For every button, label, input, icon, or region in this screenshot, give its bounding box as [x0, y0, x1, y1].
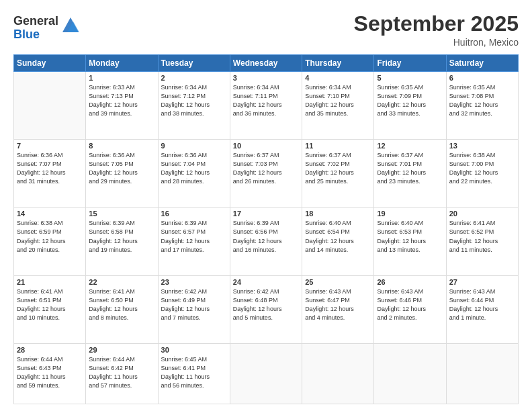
table-row: 21Sunrise: 6:41 AM Sunset: 6:51 PM Dayli…	[14, 275, 86, 343]
table-row: 23Sunrise: 6:42 AM Sunset: 6:49 PM Dayli…	[158, 275, 230, 343]
day-info: Sunrise: 6:39 AM Sunset: 6:57 PM Dayligh…	[161, 219, 227, 254]
day-info: Sunrise: 6:37 AM Sunset: 7:01 PM Dayligh…	[377, 151, 443, 186]
calendar-row: 14Sunrise: 6:38 AM Sunset: 6:59 PM Dayli…	[14, 208, 519, 275]
day-number: 18	[305, 210, 371, 218]
col-monday: Monday	[86, 55, 158, 72]
calendar-row: 7Sunrise: 6:36 AM Sunset: 7:07 PM Daylig…	[14, 140, 519, 208]
logo-general: General	[13, 15, 58, 28]
day-number: 16	[161, 210, 227, 218]
day-number: 15	[89, 210, 154, 218]
day-info: Sunrise: 6:40 AM Sunset: 6:54 PM Dayligh…	[305, 219, 371, 254]
table-row: 11Sunrise: 6:37 AM Sunset: 7:02 PM Dayli…	[302, 140, 374, 208]
day-info: Sunrise: 6:45 AM Sunset: 6:41 PM Dayligh…	[161, 355, 227, 390]
day-number: 3	[233, 74, 299, 82]
logo-icon	[61, 16, 80, 35]
day-info: Sunrise: 6:37 AM Sunset: 7:02 PM Dayligh…	[305, 151, 371, 186]
day-number: 17	[233, 210, 299, 218]
day-info: Sunrise: 6:35 AM Sunset: 7:09 PM Dayligh…	[377, 83, 443, 118]
table-row: 15Sunrise: 6:39 AM Sunset: 6:58 PM Dayli…	[86, 208, 158, 275]
day-number: 5	[377, 74, 443, 82]
calendar-header-row: Sunday Monday Tuesday Wednesday Thursday…	[14, 55, 519, 72]
day-number: 11	[305, 142, 371, 150]
day-number: 14	[17, 210, 83, 218]
logo-text: General Blue	[13, 15, 58, 42]
table-row: 6Sunrise: 6:35 AM Sunset: 7:08 PM Daylig…	[446, 72, 518, 140]
day-number: 23	[161, 278, 227, 286]
day-number: 21	[17, 278, 83, 286]
table-row: 8Sunrise: 6:36 AM Sunset: 7:05 PM Daylig…	[86, 140, 158, 208]
day-info: Sunrise: 6:38 AM Sunset: 6:59 PM Dayligh…	[17, 219, 83, 254]
day-info: Sunrise: 6:41 AM Sunset: 6:50 PM Dayligh…	[89, 287, 154, 322]
day-info: Sunrise: 6:33 AM Sunset: 7:13 PM Dayligh…	[89, 83, 154, 118]
day-info: Sunrise: 6:41 AM Sunset: 6:51 PM Dayligh…	[17, 287, 83, 322]
day-info: Sunrise: 6:44 AM Sunset: 6:43 PM Dayligh…	[17, 355, 83, 390]
month-title: September 2025	[354, 12, 519, 36]
day-number: 10	[233, 142, 299, 150]
table-row: 10Sunrise: 6:37 AM Sunset: 7:03 PM Dayli…	[230, 140, 302, 208]
day-number: 4	[305, 74, 371, 82]
table-row: 24Sunrise: 6:42 AM Sunset: 6:48 PM Dayli…	[230, 275, 302, 343]
day-info: Sunrise: 6:43 AM Sunset: 6:47 PM Dayligh…	[305, 287, 371, 322]
day-number: 22	[89, 278, 154, 286]
day-number: 8	[89, 142, 154, 150]
title-block: September 2025 Huitron, Mexico	[354, 12, 519, 48]
table-row: 9Sunrise: 6:36 AM Sunset: 7:04 PM Daylig…	[158, 140, 230, 208]
day-info: Sunrise: 6:38 AM Sunset: 7:00 PM Dayligh…	[449, 151, 515, 186]
day-number: 7	[17, 142, 83, 150]
table-row: 4Sunrise: 6:34 AM Sunset: 7:10 PM Daylig…	[302, 72, 374, 140]
logo-blue: Blue	[13, 28, 58, 42]
day-info: Sunrise: 6:39 AM Sunset: 6:58 PM Dayligh…	[89, 219, 154, 254]
day-number: 29	[89, 346, 154, 354]
table-row: 2Sunrise: 6:34 AM Sunset: 7:12 PM Daylig…	[158, 72, 230, 140]
table-row: 16Sunrise: 6:39 AM Sunset: 6:57 PM Dayli…	[158, 208, 230, 275]
table-row: 18Sunrise: 6:40 AM Sunset: 6:54 PM Dayli…	[302, 208, 374, 275]
day-number: 6	[449, 74, 515, 82]
col-sunday: Sunday	[14, 55, 86, 72]
table-row: 14Sunrise: 6:38 AM Sunset: 6:59 PM Dayli…	[14, 208, 86, 275]
table-row: 7Sunrise: 6:36 AM Sunset: 7:07 PM Daylig…	[14, 140, 86, 208]
col-friday: Friday	[374, 55, 446, 72]
day-number: 2	[161, 74, 227, 82]
day-info: Sunrise: 6:42 AM Sunset: 6:49 PM Dayligh…	[161, 287, 227, 322]
day-info: Sunrise: 6:35 AM Sunset: 7:08 PM Dayligh…	[449, 83, 515, 118]
day-info: Sunrise: 6:43 AM Sunset: 6:46 PM Dayligh…	[377, 287, 443, 322]
day-info: Sunrise: 6:40 AM Sunset: 6:53 PM Dayligh…	[377, 219, 443, 254]
day-number: 25	[305, 278, 371, 286]
location: Huitron, Mexico	[354, 37, 519, 48]
table-row: 12Sunrise: 6:37 AM Sunset: 7:01 PM Dayli…	[374, 140, 446, 208]
calendar-row: 21Sunrise: 6:41 AM Sunset: 6:51 PM Dayli…	[14, 275, 519, 343]
day-info: Sunrise: 6:43 AM Sunset: 6:44 PM Dayligh…	[449, 287, 515, 322]
table-row: 20Sunrise: 6:41 AM Sunset: 6:52 PM Dayli…	[446, 208, 518, 275]
table-row: 17Sunrise: 6:39 AM Sunset: 6:56 PM Dayli…	[230, 208, 302, 275]
day-info: Sunrise: 6:41 AM Sunset: 6:52 PM Dayligh…	[449, 219, 515, 254]
day-info: Sunrise: 6:37 AM Sunset: 7:03 PM Dayligh…	[233, 151, 299, 186]
logo: General Blue	[13, 15, 80, 42]
table-row: 28Sunrise: 6:44 AM Sunset: 6:43 PM Dayli…	[14, 343, 86, 404]
col-thursday: Thursday	[302, 55, 374, 72]
table-row: 3Sunrise: 6:34 AM Sunset: 7:11 PM Daylig…	[230, 72, 302, 140]
day-info: Sunrise: 6:34 AM Sunset: 7:12 PM Dayligh…	[161, 83, 227, 118]
day-number: 12	[377, 142, 443, 150]
table-row: 13Sunrise: 6:38 AM Sunset: 7:00 PM Dayli…	[446, 140, 518, 208]
page: General Blue September 2025 Huitron, Mex…	[0, 0, 532, 411]
day-info: Sunrise: 6:42 AM Sunset: 6:48 PM Dayligh…	[233, 287, 299, 322]
table-row: 25Sunrise: 6:43 AM Sunset: 6:47 PM Dayli…	[302, 275, 374, 343]
day-info: Sunrise: 6:36 AM Sunset: 7:07 PM Dayligh…	[17, 151, 83, 186]
day-number: 9	[161, 142, 227, 150]
day-info: Sunrise: 6:36 AM Sunset: 7:04 PM Dayligh…	[161, 151, 227, 186]
table-row	[374, 343, 446, 404]
day-number: 19	[377, 210, 443, 218]
col-saturday: Saturday	[446, 55, 518, 72]
day-info: Sunrise: 6:34 AM Sunset: 7:10 PM Dayligh…	[305, 83, 371, 118]
header: General Blue September 2025 Huitron, Mex…	[13, 12, 519, 48]
day-number: 27	[449, 278, 515, 286]
day-number: 28	[17, 346, 83, 354]
day-number: 30	[161, 346, 227, 354]
day-number: 26	[377, 278, 443, 286]
table-row: 30Sunrise: 6:45 AM Sunset: 6:41 PM Dayli…	[158, 343, 230, 404]
table-row	[302, 343, 374, 404]
table-row: 1Sunrise: 6:33 AM Sunset: 7:13 PM Daylig…	[86, 72, 158, 140]
day-number: 13	[449, 142, 515, 150]
day-info: Sunrise: 6:36 AM Sunset: 7:05 PM Dayligh…	[89, 151, 154, 186]
day-info: Sunrise: 6:34 AM Sunset: 7:11 PM Dayligh…	[233, 83, 299, 118]
